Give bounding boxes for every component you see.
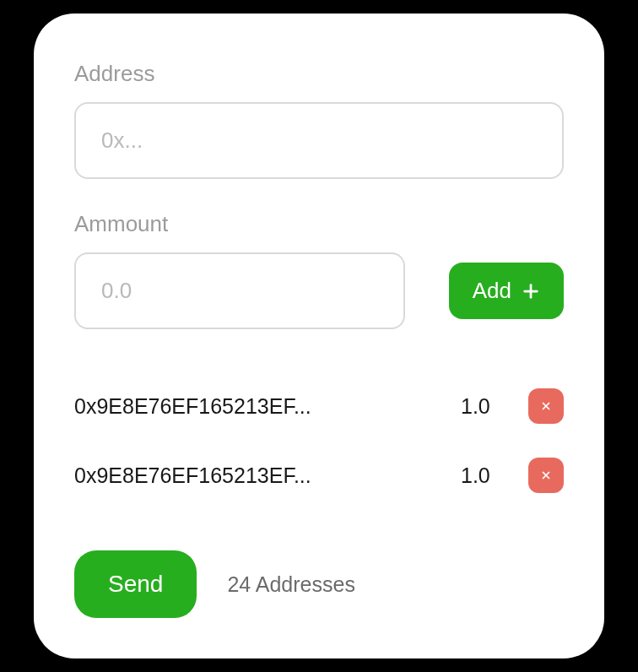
entry-amount: 1.0 bbox=[461, 394, 511, 419]
entry-amount: 1.0 bbox=[461, 463, 511, 488]
add-button[interactable]: Add bbox=[449, 263, 564, 319]
entry-row: 0x9E8E76EF165213EF... 1.0 bbox=[74, 441, 564, 510]
address-input[interactable] bbox=[74, 102, 564, 179]
send-button[interactable]: Send bbox=[74, 550, 197, 618]
plus-icon bbox=[522, 282, 540, 301]
send-card: Address Ammount Add 0x9E8E76EF165213EF..… bbox=[34, 14, 604, 658]
entry-address: 0x9E8E76EF165213EF... bbox=[74, 394, 444, 419]
delete-button[interactable] bbox=[528, 388, 564, 424]
entry-row: 0x9E8E76EF165213EF... 1.0 bbox=[74, 371, 564, 441]
add-button-label: Add bbox=[473, 278, 511, 304]
close-icon bbox=[540, 469, 552, 481]
footer-row: Send 24 Addresses bbox=[74, 550, 564, 618]
entries-list: 0x9E8E76EF165213EF... 1.0 0x9E8E76EF1652… bbox=[74, 371, 564, 510]
delete-button[interactable] bbox=[528, 458, 564, 493]
entry-address: 0x9E8E76EF165213EF... bbox=[74, 463, 444, 488]
amount-input[interactable] bbox=[74, 252, 405, 329]
address-label: Address bbox=[74, 61, 564, 87]
address-count: 24 Addresses bbox=[227, 572, 355, 597]
close-icon bbox=[540, 400, 552, 412]
amount-label: Ammount bbox=[74, 211, 564, 237]
amount-row: Add bbox=[74, 252, 564, 329]
